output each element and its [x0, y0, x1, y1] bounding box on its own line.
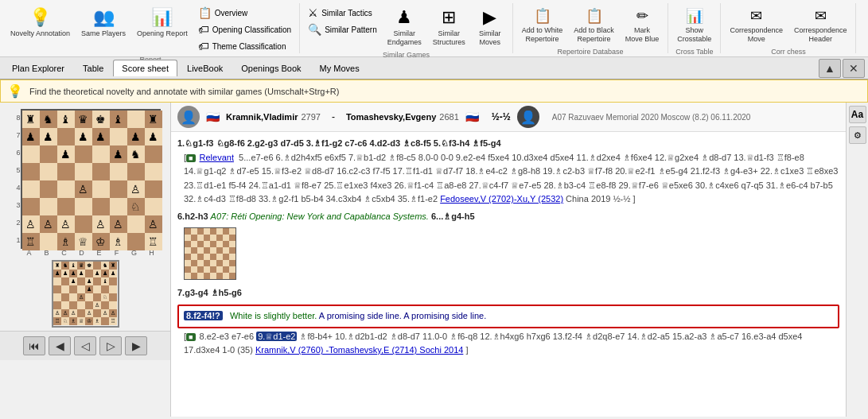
settings-tool-button[interactable]: ⚙	[849, 126, 866, 144]
correspondence-move-button[interactable]: ✉ CorrespondenceMove	[726, 5, 787, 46]
cell-3-0	[22, 163, 40, 180]
kramnik-link[interactable]: Kramnik,V (2760) -Tomashevsky,E (2714) S…	[255, 345, 463, 355]
opening-report-icon: 📊	[151, 7, 173, 28]
cell-5-0	[22, 198, 40, 215]
tab-openings-book[interactable]: Openings Book	[232, 60, 309, 76]
cell-7-5: ♗	[110, 233, 127, 250]
main-moves-line: 1.♘g1-f3 ♘g8-f6 2.g2-g3 d7-d5 3.♗f1-g2 c…	[177, 137, 839, 151]
game-event: A07 Razuvaev Memorial 2020 Moscow (8.2) …	[552, 113, 751, 122]
game-content: 👤 🇷🇺 Kramnik,Vladimir 2797 - Tomashevsky…	[171, 103, 846, 417]
fedoseev-link[interactable]: Fedoseev,V (2702)-Xu,Y (2532)	[440, 194, 563, 204]
cell-5-5	[110, 198, 127, 215]
relevant-label[interactable]: Relevant	[200, 153, 234, 162]
right-tools: Aa ⚙	[846, 103, 868, 417]
cell-5-3	[75, 198, 92, 215]
font-size-button[interactable]: Aa	[849, 106, 866, 123]
black-avatar: 👤	[517, 106, 539, 128]
tab-livebook[interactable]: LiveBook	[178, 60, 232, 76]
file-labels: ABCDEFGH	[21, 249, 161, 257]
cell-6-2: ♙	[57, 215, 75, 233]
cell-6-6	[127, 215, 145, 233]
board-controls: ⏮ ◀ ◁ ▷ ▶	[0, 331, 170, 360]
similar-structures-button[interactable]: ⊞ SimilarStructures	[429, 5, 469, 49]
add-white-repertoire-button[interactable]: 📋 Add to WhiteRepertoire	[518, 5, 567, 46]
cell-2-1	[40, 145, 57, 163]
similar-pattern-button[interactable]: 🔍 Similar Pattern	[305, 21, 380, 37]
corr-chess-label: Corr chess	[771, 48, 806, 56]
opening-class-icon: 🏷	[198, 23, 209, 36]
chess-board[interactable]: ♜♞♝♛♚♝♜♟♟♟♟♟♟♟♟♞♙♙♘♙♙♙♙♙♙♖♗♕♔♗♖	[21, 109, 161, 249]
tab-plan-explorer[interactable]: Plan Explorer	[3, 60, 73, 76]
white-player: Kramnik,Vladimir 2797	[226, 112, 321, 122]
add-black-repertoire-button[interactable]: 📋 Add to BlackRepertoire	[570, 5, 618, 46]
tab-my-moves[interactable]: My Moves	[311, 60, 368, 76]
relevant-badge: ■	[186, 154, 195, 162]
cell-0-4: ♚	[92, 111, 110, 128]
cell-0-1: ♞	[40, 111, 57, 128]
cell-7-6	[127, 233, 145, 250]
cell-2-2: ♟	[57, 145, 75, 163]
variation-1: [■ Relevant 5...e7-e6 6.♗d2h4xf5 e6xf5 7…	[184, 151, 839, 207]
cell-4-1	[40, 180, 57, 198]
move-6-reply: 6...♗g4-h5	[431, 211, 475, 221]
cell-4-7	[145, 180, 162, 198]
correspondence-header-button[interactable]: ✉ CorrespondenceHeader	[790, 5, 851, 46]
collapse-button[interactable]: ▲	[819, 59, 841, 78]
cell-3-7	[145, 163, 162, 180]
cell-6-4: ♙	[92, 215, 110, 233]
cross-table-inner: 📊 ShowCrosstable	[673, 5, 715, 46]
tab-table[interactable]: Table	[74, 60, 112, 76]
tab-bar-controls: ▲ ✕	[819, 59, 865, 78]
white-rating: 2797	[301, 112, 320, 122]
mark-move-blue-button[interactable]: ✏ MarkMove Blue	[621, 5, 664, 46]
similar-tactics-icon: ⚔	[308, 6, 318, 19]
tab-score-sheet[interactable]: Score sheet	[113, 60, 177, 76]
cell-1-2	[57, 128, 75, 145]
theme-classification-button[interactable]: 🏷 Theme Classification	[195, 38, 295, 54]
cell-0-0: ♜	[22, 111, 40, 128]
cell-2-5: ♟	[110, 145, 127, 163]
same-players-button[interactable]: 👥 Same Players	[77, 5, 130, 41]
game-result: ½-½	[492, 111, 511, 122]
repertoire-label: Repertoire Database	[558, 48, 624, 56]
cell-3-3	[75, 163, 92, 180]
novelty-annotation-button[interactable]: 💡 Novelty Annotation	[6, 5, 74, 41]
similar-tactics-button[interactable]: ⚔ Similar Tactics	[305, 5, 380, 21]
board-wrapper: 8 7 6 5 4 3 2 1 ♜♞♝♛♚♝♜♟♟♟♟♟♟♟♟♞♙♙♘♙♙♙♙♙…	[10, 109, 160, 257]
cell-7-0: ♖	[22, 233, 40, 250]
vs-separator: -	[332, 111, 335, 122]
opening-classification-button[interactable]: 🏷 Opening Classification	[195, 21, 295, 37]
cell-5-6: ♘	[127, 198, 145, 215]
prev-move-button[interactable]: ◁	[74, 336, 96, 355]
first-move-button[interactable]: ⏮	[23, 336, 45, 355]
move-1: 1.♘g1-f3 ♘g8-f6 2.g2-g3 d7-d5 3.♗f1-g2 c…	[177, 138, 501, 148]
highlight-move: 9.♕d1-e2	[256, 332, 297, 341]
cell-4-5	[110, 180, 127, 198]
cell-4-2	[57, 180, 75, 198]
cell-0-2: ♝	[57, 111, 75, 128]
cell-0-5: ♝	[110, 111, 127, 128]
promising-text: A promising side line. A promising side …	[319, 311, 486, 320]
prev-variation-button[interactable]: ◀	[49, 336, 71, 355]
close-panel-button[interactable]: ✕	[843, 59, 865, 78]
show-crosstable-button[interactable]: 📊 ShowCrosstable	[673, 5, 715, 46]
add-white-label: Add to WhiteRepertoire	[522, 26, 563, 44]
cell-3-6	[127, 163, 145, 180]
opening-report-button[interactable]: 📊 Opening Report	[133, 5, 192, 41]
next-move-button[interactable]: ▷	[99, 336, 122, 355]
similar-structures-icon: ⊞	[442, 7, 456, 28]
cell-3-4	[92, 163, 110, 180]
black-rating: 2681	[439, 112, 458, 122]
overview-button[interactable]: 📋 Overview	[195, 5, 295, 21]
next-variation-button[interactable]: ▶	[125, 336, 147, 355]
similar-tactics-label: Similar Tactics	[321, 9, 372, 17]
eval-text: White is slightly better.	[230, 311, 317, 320]
blue-move: 8.f2-f4!?	[184, 311, 225, 320]
mini-chess-board: ♜♞♝♛♚♞♜♟♟♟♟♟♟♟♟♟♝♟♙♘♙♙♙♙♙♙♙♖♘♗♕♔♗♖	[52, 260, 119, 328]
cross-table-label: Cross Table	[675, 48, 713, 56]
similar-moves-button[interactable]: ▶ SimilarMoves	[473, 5, 508, 49]
corr-chess-group: ✉ CorrespondenceMove ✉ CorrespondenceHea…	[721, 3, 856, 53]
moves-area[interactable]: 1.♘g1-f3 ♘g8-f6 2.g2-g3 d7-d5 3.♗f1-g2 c…	[171, 132, 846, 417]
similar-endgames-button[interactable]: ♟ SimilarEndgames	[383, 5, 426, 49]
board-area: 8 7 6 5 4 3 2 1 ♜♞♝♛♚♝♜♟♟♟♟♟♟♟♟♞♙♙♘♙♙♙♙♙…	[0, 103, 171, 417]
